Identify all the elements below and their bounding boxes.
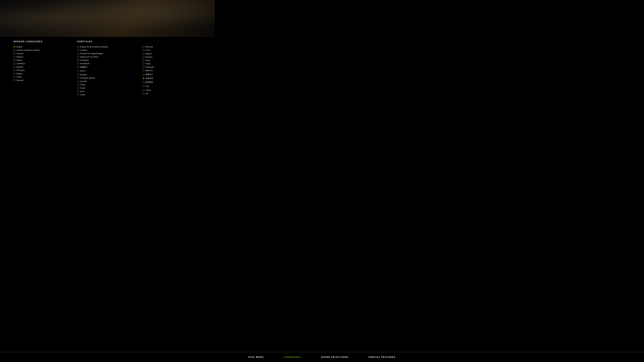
subtitle-item[interactable]: Nederlands <box>77 62 136 64</box>
subtitle-item[interactable]: 原盤繁中 <box>77 66 136 68</box>
subtitle-item[interactable]: 简体中文 <box>142 69 201 72</box>
radio-icon <box>77 52 79 54</box>
subtitle-item[interactable]: Off <box>142 92 201 94</box>
subtitles-col1: English (for the Hearing Impaired)França… <box>77 46 136 97</box>
subtitle-item[interactable]: Suomi <box>77 94 136 96</box>
subtitles-panel: SUBTITLES English (for the Hearing Impai… <box>77 40 201 97</box>
subtitle-item[interactable]: Português (Brasil) <box>77 77 136 79</box>
radio-icon <box>77 70 79 72</box>
lang-label: Castellano <box>16 62 25 64</box>
lang-label: Русский <box>16 79 23 81</box>
subtitle-item[interactable]: Español <box>77 73 136 76</box>
subtitle-item[interactable]: 繁體中文 <box>142 73 201 76</box>
radio-icon <box>14 56 16 58</box>
lang-label: Castellano <box>80 59 89 61</box>
spoken-lang-item[interactable]: Español <box>14 66 67 68</box>
subtitle-item[interactable]: Português <box>142 66 201 68</box>
spoken-lang-item[interactable]: Deutsch <box>14 56 67 58</box>
subtitles-col2: ΕλληνικάעבריתMagyarÍslenskaNorskPolskiPo… <box>142 46 201 97</box>
radio-icon <box>77 94 79 96</box>
radio-icon <box>77 49 79 51</box>
radio-icon <box>14 52 16 54</box>
radio-icon <box>77 84 79 86</box>
subtitles-columns: English (for the Hearing Impaired)França… <box>77 46 201 97</box>
subtitle-item[interactable]: Français <box>77 49 136 51</box>
lang-label: Eesti <box>80 90 84 92</box>
subtitle-item[interactable]: 简英双语 <box>142 77 201 80</box>
subtitle-item[interactable]: Deutsch für Hörgeschädigte <box>77 52 136 54</box>
subtitle-item[interactable]: Dansk <box>77 87 136 89</box>
subtitle-item[interactable]: Türkçe <box>142 89 201 91</box>
radio-icon <box>77 80 79 82</box>
radio-icon <box>142 66 144 68</box>
subtitle-item[interactable]: עברית <box>142 49 201 51</box>
radio-icon <box>77 77 79 79</box>
radio-icon <box>14 79 16 81</box>
radio-icon <box>142 49 144 51</box>
spoken-lang-item[interactable]: Русский <box>14 79 67 81</box>
video-background <box>0 0 215 37</box>
subtitle-item[interactable]: English (for the Hearing Impaired) <box>77 46 136 48</box>
spoken-lang-item[interactable]: Magyar <box>14 72 67 75</box>
spoken-lang-item[interactable]: Français <box>14 52 67 54</box>
lang-label: Italiano per non udenti <box>80 56 98 58</box>
subtitle-item[interactable]: Norsk <box>142 59 201 61</box>
radio-icon <box>77 90 79 92</box>
lang-label: Français <box>16 52 24 54</box>
lang-label: Suomi <box>80 94 85 96</box>
spoken-lang-item[interactable]: English <box>14 46 67 48</box>
radio-icon <box>142 73 144 76</box>
spoken-languages-panel: SPOKEN LANGUAGES EnglishFrançais (doublé… <box>14 40 67 97</box>
radio-icon <box>77 66 79 68</box>
subtitle-item[interactable]: Italiano per non udenti <box>77 56 136 58</box>
radio-icon <box>77 56 79 58</box>
radio-icon <box>14 69 16 71</box>
lang-label: Français (doublé au Québec) <box>16 49 40 51</box>
lang-label: English <box>16 46 22 48</box>
radio-icon <box>77 73 79 76</box>
spoken-lang-item[interactable]: Português <box>14 69 67 71</box>
spoken-lang-item[interactable]: Italiano <box>14 59 67 61</box>
lang-label: ไทย <box>146 85 149 88</box>
radio-icon <box>142 59 144 61</box>
radio-icon <box>142 56 144 58</box>
subtitle-item[interactable]: Polski <box>142 63 201 65</box>
radio-icon <box>142 85 144 87</box>
radio-icon <box>142 63 144 65</box>
subtitles-title: SUBTITLES <box>77 40 201 43</box>
spoken-lang-item[interactable]: Français (doublé au Québec) <box>14 49 67 51</box>
subtitle-item[interactable]: Eesti <box>77 90 136 92</box>
lang-label: English (for the Hearing Impaired) <box>80 46 108 48</box>
lang-label: Español <box>80 73 87 76</box>
subtitle-item[interactable]: 繁英雙語 <box>142 81 201 83</box>
subtitle-item[interactable]: Hrvatski <box>77 80 136 82</box>
language-content: SPOKEN LANGUAGES EnglishFrançais (doublé… <box>0 37 215 99</box>
lang-label: České <box>80 84 85 86</box>
lang-label: Português (Brasil) <box>80 77 95 79</box>
radio-icon <box>14 66 16 68</box>
lang-label: Italiano <box>16 59 22 61</box>
subtitle-item[interactable]: Ελληνικά <box>142 46 201 48</box>
lang-label: 한국어 <box>80 70 86 72</box>
radio-icon <box>14 46 16 48</box>
lang-label: Magyar <box>16 72 23 75</box>
radio-icon <box>77 46 79 48</box>
lang-label: Norsk <box>146 59 150 61</box>
spoken-lang-item[interactable]: Polski <box>14 76 67 78</box>
radio-icon <box>142 81 144 83</box>
subtitle-item[interactable]: Castellano <box>77 59 136 61</box>
subtitle-item[interactable]: Magyar <box>142 53 201 55</box>
lang-label: Deutsch für Hörgeschädigte <box>80 52 103 54</box>
lang-label: Türkçe <box>146 89 151 91</box>
radio-icon <box>14 76 16 78</box>
radio-icon <box>77 59 79 61</box>
subtitle-item[interactable]: České <box>77 84 136 86</box>
spoken-lang-item[interactable]: Castellano <box>14 62 67 64</box>
radio-icon <box>77 62 79 64</box>
lang-label: 简英双语 <box>146 77 153 80</box>
radio-icon <box>142 53 144 55</box>
lang-label: Deutsch <box>16 56 23 58</box>
subtitle-item[interactable]: ไทย <box>142 85 201 88</box>
subtitle-item[interactable]: Íslenska <box>142 56 201 58</box>
subtitle-item[interactable]: 한국어 <box>77 70 136 72</box>
